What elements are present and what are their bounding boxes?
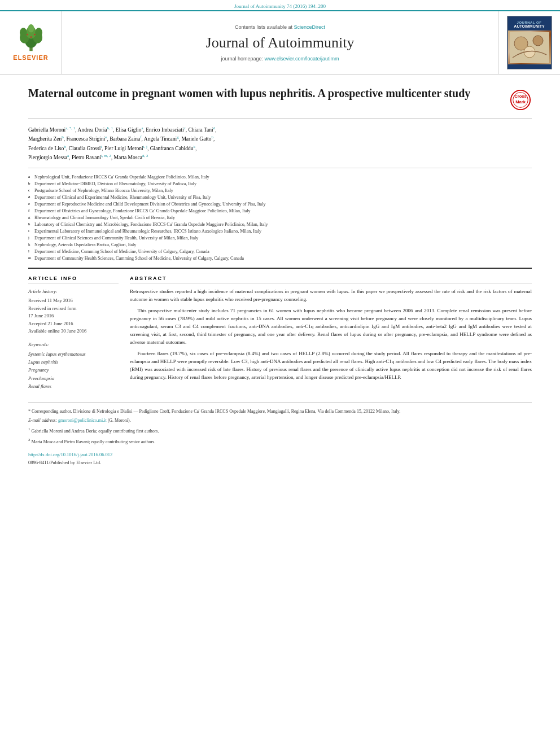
citation-bar: Journal of Autoimmunity 74 (2016) 194–20… xyxy=(0,0,560,10)
affiliation-item: lDepartment of Medicine, Cumming School … xyxy=(28,248,532,255)
contents-text: Contents lists available at xyxy=(235,24,292,30)
affiliation-item: mDepartment of Community Health Sciences… xyxy=(28,255,532,262)
citation-text: Journal of Autoimmunity 74 (2016) 194–20… xyxy=(234,3,326,9)
abstract-paragraph-1: Retrospective studies reported a high in… xyxy=(130,288,532,304)
footnote2: 2 Marta Mosca and Pietro Ravani; equally… xyxy=(28,437,532,445)
corresponding-address: Divisione di Nefrologia e Dialisi — Padi… xyxy=(73,409,401,414)
author-deliso: Federica de Liso xyxy=(28,146,64,151)
cover-title-text: JOURNAL OF AUTOIMMUNITY xyxy=(513,20,545,29)
email-label: E-mail address: xyxy=(28,418,57,423)
affil-sup: j xyxy=(28,235,33,242)
article-info-content: Article history: Received 11 May 2016 Re… xyxy=(28,288,119,335)
keyword-item: Systemic lupus erythematosus xyxy=(28,350,119,358)
keyword-item: Renal flares xyxy=(28,382,119,390)
sciencedirect-link[interactable]: ScienceDirect xyxy=(294,24,326,30)
cover-journal-name: AUTOIMMUNITY xyxy=(514,24,544,28)
affil-sup: b xyxy=(28,181,33,187)
affil-text: Department of Obstetrics and Gynecology,… xyxy=(34,208,251,215)
corresponding-label: * Corresponding author. xyxy=(28,409,72,414)
author-cabiddu: Gianfranca Cabiddu xyxy=(150,146,194,151)
footnote1-text: Gabriella Moroni and Andrea Doria; equal… xyxy=(32,429,159,434)
received-revised-label: Received in revised form xyxy=(28,305,77,311)
affil-text: Laboratory of Clinical Chemistry and Mic… xyxy=(34,221,268,228)
affil-text: Department of Medicine-DIMED, Division o… xyxy=(34,181,196,187)
author-giglio: Elisa Giglio xyxy=(116,127,142,133)
author-zen: Margherita Zen xyxy=(28,137,62,142)
keywords-label: Keywords: xyxy=(28,341,119,349)
contents-line: Contents lists available at ScienceDirec… xyxy=(235,24,325,30)
affil-sup: d xyxy=(28,194,33,201)
affil-text: Department of Medicine, Cumming School o… xyxy=(34,248,209,255)
svg-point-8 xyxy=(27,34,28,36)
footer-notes: * Corresponding author. Divisione di Nef… xyxy=(28,402,532,467)
article-info-column: ARTICLE INFO Article history: Received 1… xyxy=(28,276,119,390)
journal-cover-area: JOURNAL OF AUTOIMMUNITY xyxy=(498,11,560,74)
svg-text:Cross: Cross xyxy=(514,94,527,99)
page: Journal of Autoimmunity 74 (2016) 194–20… xyxy=(0,0,560,747)
email-link[interactable]: gmoroni@policlinico.mi.it xyxy=(58,418,107,423)
keyword-item: Lupus nephritis xyxy=(28,358,119,366)
affil-text: Experimental Laboratory of Immunological… xyxy=(34,228,261,235)
keywords-list: Systemic lupus erythematosusLupus nephri… xyxy=(28,350,119,391)
keywords-content: Keywords: Systemic lupus erythematosusLu… xyxy=(28,341,119,391)
svg-point-6 xyxy=(35,28,42,37)
affiliation-item: dDepartment of Clinical and Experimental… xyxy=(28,194,532,201)
affiliation-item: bDepartment of Medicine-DIMED, Division … xyxy=(28,181,532,187)
author-gatto: Mariele Gatto xyxy=(181,137,211,142)
author-tincani: Angela Tincani xyxy=(144,137,177,142)
elsevier-logo: ELSEVIER xyxy=(11,24,51,61)
keyword-item: Preeclampsia xyxy=(28,374,119,382)
svg-point-7 xyxy=(28,24,34,33)
abstract-paragraph-2: This prospective multicenter study inclu… xyxy=(130,307,532,347)
homepage-link[interactable]: www.elsevier.com/locate/jautimm xyxy=(265,56,339,62)
abstract-content: Retrospective studies reported a high in… xyxy=(130,288,532,381)
author-grossi: Claudia Grossi xyxy=(69,146,101,151)
email-note: E-mail address: gmoroni@policlinico.mi.i… xyxy=(28,417,532,425)
affiliation-item: iExperimental Laboratory of Immunologica… xyxy=(28,228,532,235)
authors-section: Gabriella Moronia, *, 1, Andrea Doriab, … xyxy=(28,125,532,168)
email-name: (G. Moroni). xyxy=(108,418,131,423)
article-title: Maternal outcome in pregnant women with … xyxy=(28,86,509,101)
svg-point-13 xyxy=(533,36,543,46)
affil-text: Department of Community Health Sciences,… xyxy=(34,255,244,262)
keyword-item: Pregnancy xyxy=(28,366,119,374)
article-info-heading: ARTICLE INFO xyxy=(28,276,119,283)
corresponding-note: * Corresponding author. Divisione di Nef… xyxy=(28,408,532,416)
affiliation-item: kNephrology, Azienda Ospedaliera Brotzu,… xyxy=(28,242,532,248)
affil-sup: h xyxy=(28,221,33,228)
crossmark-logo: Cross Mark xyxy=(509,89,532,111)
affiliation-item: eDepartment of Reproductive Medicine and… xyxy=(28,201,532,208)
affiliations-section: aNephrological Unit, Fondazione IRCCS Ca… xyxy=(28,174,532,269)
doi-url[interactable]: http://dx.doi.org/10.1016/j.jaut.2016.06… xyxy=(28,452,112,457)
homepage-text: journal homepage: xyxy=(221,56,263,62)
elsevier-logo-area: ELSEVIER xyxy=(0,11,62,74)
journal-title: Journal of Autoimmunity xyxy=(206,34,355,51)
article-title-section: Maternal outcome in pregnant women with … xyxy=(28,86,532,119)
svg-point-5 xyxy=(20,28,27,37)
affil-sup: k xyxy=(28,242,33,248)
doi-link: http://dx.doi.org/10.1016/j.jaut.2016.06… xyxy=(28,451,532,459)
author-ravani: Pietro Ravani xyxy=(72,155,101,160)
history-label: Article history: xyxy=(28,288,119,296)
affil-text: Department of Reproductive Medicine and … xyxy=(34,201,265,208)
abstract-heading: ABSTRACT xyxy=(130,276,532,283)
issn-text: 0896-8411/Published by Elsevier Ltd. xyxy=(28,459,532,467)
author-tani: Chiara Tani xyxy=(188,127,213,133)
abstract-column: ABSTRACT Retrospective studies reported … xyxy=(130,276,532,390)
author-meroni: Pier Luigi Meroni xyxy=(104,146,143,151)
affiliation-item: fDepartment of Obstetrics and Gynecology… xyxy=(28,208,532,215)
revised-date: 17 June 2016 xyxy=(28,313,54,318)
author-doria: Andrea Doria xyxy=(78,127,107,133)
journal-cover-image: JOURNAL OF AUTOIMMUNITY xyxy=(507,16,552,69)
affil-sup: f xyxy=(28,208,33,215)
affiliation-item: gRheumatology and Clinical Immunology Un… xyxy=(28,215,532,221)
affil-sup: c xyxy=(28,187,33,194)
journal-header: ELSEVIER Contents lists available at Sci… xyxy=(0,10,560,75)
footnote1: 1 Gabriella Moroni and Andrea Doria; equ… xyxy=(28,426,532,435)
affil-sup: a xyxy=(28,174,33,181)
accepted-date: Accepted 21 June 2016 xyxy=(28,321,73,326)
crossmark-icon: Cross Mark xyxy=(510,89,531,111)
affil-sup: l xyxy=(28,248,33,255)
two-column-layout: ARTICLE INFO Article history: Received 1… xyxy=(28,276,532,390)
affil-sup: m xyxy=(28,255,33,262)
